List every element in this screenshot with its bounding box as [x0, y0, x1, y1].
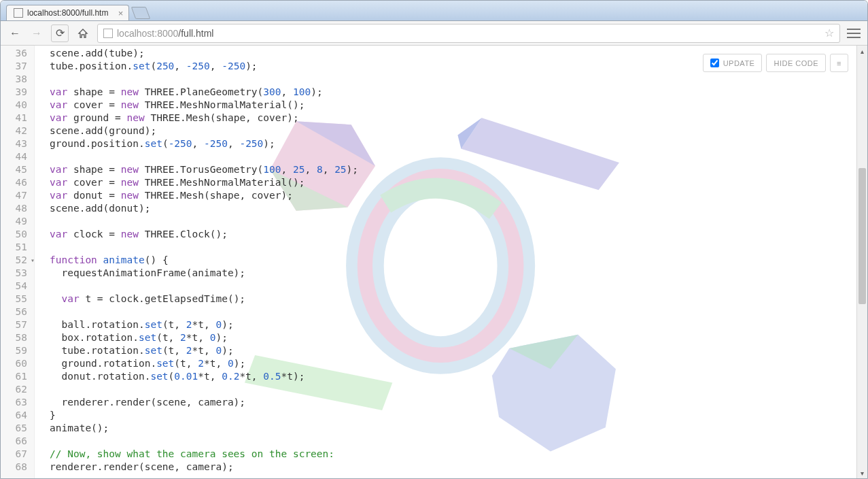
- line-number: 65: [5, 422, 27, 435]
- line-number: 38: [5, 73, 27, 86]
- code-line: renderer.render(scene, camera);: [50, 461, 856, 474]
- line-number: 50: [5, 228, 27, 241]
- code-line: ball.rotation.set(t, 2*t, 0);: [50, 318, 856, 331]
- code-line: [50, 215, 856, 228]
- code-line: var shape = new THREE.PlaneGeometry(300,…: [50, 86, 856, 99]
- page-icon: [14, 8, 23, 18]
- code-line: donut.rotation.set(0.01*t, 0.2*t, 0.5*t)…: [50, 370, 856, 383]
- new-tab-button[interactable]: [131, 7, 151, 19]
- code-line: [50, 150, 856, 163]
- star-icon[interactable]: ☆: [824, 27, 834, 39]
- line-number: 42: [5, 125, 27, 137]
- url-bar[interactable]: localhost:8000/full.html ☆: [97, 24, 840, 43]
- line-number: 45: [5, 163, 27, 176]
- code-line: [50, 435, 856, 448]
- line-number: 39: [5, 86, 27, 99]
- back-button[interactable]: ←: [7, 26, 22, 41]
- code-line: [50, 305, 856, 318]
- scroll-up-icon[interactable]: ▴: [857, 46, 867, 56]
- code-line: var t = clock.getElapsedTime();: [50, 293, 856, 305]
- tab-title: localhost:8000/full.htm: [27, 8, 108, 18]
- line-number: 43: [5, 137, 27, 150]
- line-number: 64: [5, 409, 27, 422]
- line-number: 46: [5, 176, 27, 189]
- line-number: 68: [5, 461, 27, 474]
- code-line: scene.add(donut);: [50, 202, 856, 215]
- scroll-down-icon[interactable]: ▾: [857, 467, 867, 478]
- code-line: var clock = new THREE.Clock();: [50, 228, 856, 241]
- line-number: 44: [5, 150, 27, 163]
- close-icon[interactable]: ×: [118, 8, 124, 18]
- code-line: var ground = new THREE.Mesh(shape, cover…: [50, 112, 856, 125]
- line-gutter: 3637383940414243444546474849505152▾53545…: [1, 46, 35, 478]
- page-icon: [103, 29, 113, 38]
- code-line: tube.rotation.set(t, 2*t, 0);: [50, 344, 856, 357]
- line-number: 52▾: [5, 254, 27, 267]
- line-number: 66: [5, 435, 27, 448]
- code-editor[interactable]: 3637383940414243444546474849505152▾53545…: [1, 46, 856, 478]
- line-number: 61: [5, 370, 27, 383]
- line-number: 62: [5, 383, 27, 396]
- line-number: 47: [5, 189, 27, 202]
- code-line: }: [50, 409, 856, 422]
- browser-window: localhost:8000/full.htm × ← → ⟳ localhos…: [0, 0, 868, 479]
- line-number: 59: [5, 344, 27, 357]
- line-number: 55: [5, 293, 27, 305]
- code-area[interactable]: scene.add(tube);tube.position.set(250, -…: [35, 46, 856, 478]
- reload-button[interactable]: ⟳: [51, 24, 69, 42]
- code-line: ground.rotation.set(t, 2*t, 0);: [50, 357, 856, 370]
- code-line: animate();: [50, 422, 856, 435]
- line-number: 60: [5, 357, 27, 370]
- browser-tab[interactable]: localhost:8000/full.htm ×: [6, 5, 129, 20]
- scrollbar[interactable]: ▴ ▾: [856, 46, 867, 478]
- toolbar: ← → ⟳ localhost:8000/full.html ☆: [1, 21, 867, 46]
- code-line: [50, 280, 856, 293]
- page-content: UPDATE HIDE CODE ≡ 363738394041424344454…: [1, 46, 867, 478]
- line-number: 37: [5, 60, 27, 73]
- code-line: // Now, show what the camera sees on the…: [50, 448, 856, 461]
- line-number: 49: [5, 215, 27, 228]
- code-line: [50, 73, 856, 86]
- line-number: 51: [5, 241, 27, 254]
- code-line: [50, 241, 856, 254]
- code-line: ground.position.set(-250, -250, -250);: [50, 137, 856, 150]
- code-line: function animate() {: [50, 254, 856, 267]
- forward-button[interactable]: →: [29, 26, 44, 41]
- line-number: 40: [5, 99, 27, 112]
- line-number: 57: [5, 318, 27, 331]
- code-line: tube.position.set(250, -250, -250);: [50, 60, 856, 73]
- line-number: 41: [5, 112, 27, 125]
- line-number: 67: [5, 448, 27, 461]
- code-line: scene.add(tube);: [50, 47, 856, 60]
- line-number: 48: [5, 202, 27, 215]
- menu-button[interactable]: [847, 27, 861, 39]
- url-text: localhost:8000/full.html: [117, 28, 820, 39]
- code-line: box.rotation.set(t, 2*t, 0);: [50, 331, 856, 344]
- code-line: var cover = new THREE.MeshNormalMaterial…: [50, 176, 856, 189]
- line-number: 53: [5, 267, 27, 280]
- titlebar: localhost:8000/full.htm ×: [1, 1, 867, 21]
- line-number: 63: [5, 396, 27, 409]
- code-line: [50, 383, 856, 396]
- line-number: 54: [5, 280, 27, 293]
- code-line: var cover = new THREE.MeshNormalMaterial…: [50, 99, 856, 112]
- scroll-thumb[interactable]: [858, 168, 866, 304]
- line-number: 58: [5, 331, 27, 344]
- code-line: scene.add(ground);: [50, 125, 856, 137]
- home-button[interactable]: [75, 26, 90, 41]
- code-line: var shape = new THREE.TorusGeometry(100,…: [50, 163, 856, 176]
- code-line: renderer.render(scene, camera);: [50, 396, 856, 409]
- line-number: 36: [5, 47, 27, 60]
- line-number: 56: [5, 305, 27, 318]
- code-line: var donut = new THREE.Mesh(shape, cover)…: [50, 189, 856, 202]
- code-line: requestAnimationFrame(animate);: [50, 267, 856, 280]
